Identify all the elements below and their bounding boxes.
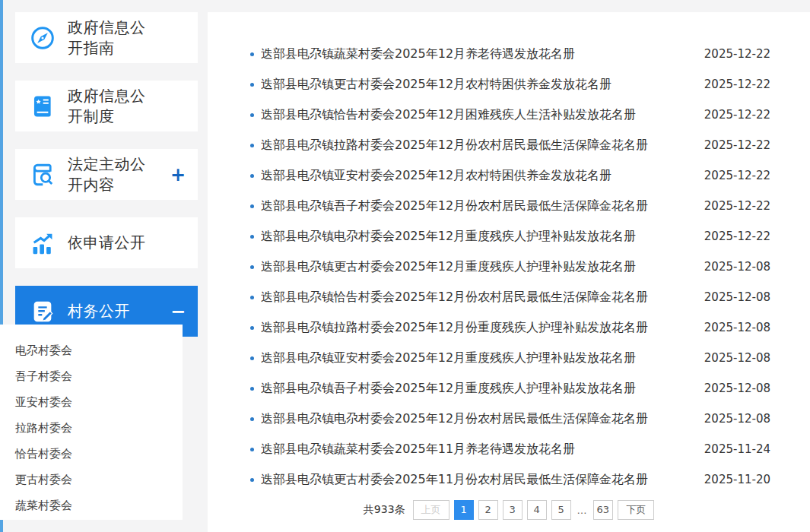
document-title-link[interactable]: 迭部县电尕镇更古村委会2025年11月份农村居民最低生活保障金花名册: [261, 472, 648, 488]
document-row[interactable]: 迭部县电尕镇更古村委会2025年11月份农村居民最低生活保障金花名册2025-1…: [208, 464, 810, 495]
document-title-link[interactable]: 迭部县电尕镇更古村委会2025年12月农村特困供养金发放花名册: [261, 77, 611, 93]
document-row[interactable]: 迭部县电尕镇亚安村委会2025年12月重度残疾人护理补贴发放花名册2025-12…: [208, 343, 810, 373]
document-date: 2025-12-08: [689, 382, 770, 395]
bullet-dot-icon: [250, 326, 254, 330]
submenu-village-2[interactable]: 吾子村委会: [0, 363, 183, 389]
document-row[interactable]: 迭部县电尕镇电尕村委会2025年12月份农村居民最低生活保障金花名册2025-1…: [208, 404, 810, 434]
sidebar-item-label: 政府信息公开指南: [68, 17, 148, 58]
sidebar-submenu-villages: 电尕村委会吾子村委会亚安村委会拉路村委会恰告村委会更古村委会蔬菜村委会: [0, 325, 183, 520]
bullet-dot-icon: [250, 144, 254, 147]
bullet-dot-icon: [250, 52, 254, 56]
bullet-dot-icon: [250, 113, 254, 117]
sidebar-item-label: 依申请公开: [68, 233, 148, 252]
book-icon: [29, 93, 56, 120]
bullet-dot-icon: [250, 417, 254, 421]
document-date: 2025-12-22: [689, 169, 770, 182]
sidebar-item-4[interactable]: 依申请公开: [15, 217, 198, 268]
document-date: 2025-12-08: [689, 351, 770, 365]
submenu-village-7[interactable]: 蔬菜村委会: [0, 492, 183, 518]
compass-icon: [29, 24, 56, 52]
bullet-dot-icon: [250, 296, 254, 299]
pagination-total-count: 共933条: [364, 503, 405, 517]
document-pen-icon: [29, 298, 56, 325]
document-row[interactable]: 迭部县电尕镇吾子村委会2025年12月重度残疾人护理补贴发放花名册2025-12…: [208, 373, 810, 404]
document-title-link[interactable]: 迭部县电尕镇吾子村委会2025年12月份农村居民最低生活保障金花名册: [261, 198, 648, 214]
document-date: 2025-12-08: [689, 321, 770, 334]
pagination-page-1[interactable]: 1: [454, 500, 474, 520]
pagination-page-4[interactable]: 4: [527, 500, 547, 520]
sidebar-item-1[interactable]: 政府信息公开指南: [15, 12, 198, 63]
pagination-page-5[interactable]: 5: [551, 500, 571, 520]
document-row[interactable]: 迭部县电尕镇蔬菜村委会2025年11月养老待遇发放花名册2025-11-24: [208, 434, 810, 464]
sidebar-item-3[interactable]: 法定主动公开内容+: [15, 149, 198, 200]
pagination-prev-button: 上页: [413, 500, 449, 520]
sidebar-item-label: 法定主动公开内容: [68, 154, 148, 195]
pagination-next-button[interactable]: 下页: [618, 500, 654, 520]
bullet-dot-icon: [250, 83, 254, 87]
document-title-link[interactable]: 迭部县电尕镇拉路村委会2025年12月份农村居民最低生活保障金花名册: [261, 138, 648, 154]
submenu-village-1[interactable]: 电尕村委会: [0, 337, 183, 363]
document-title-link[interactable]: 迭部县电尕镇电尕村委会2025年12月重度残疾人护理补贴发放花名册: [261, 229, 636, 245]
sidebar-item-label: 村务公开: [68, 301, 130, 321]
document-title-link[interactable]: 迭部县电尕镇拉路村委会2025年12月份重度残疾人护理补贴发放花名册: [261, 320, 648, 336]
document-row[interactable]: 迭部县电尕镇蔬菜村委会2025年12月养老待遇发放花名册2025-12-22: [208, 39, 810, 69]
pagination: 共933条 上页12345…63下页: [208, 500, 810, 520]
document-title-link[interactable]: 迭部县电尕镇更古村委会2025年12月重度残疾人护理补贴发放花名册: [261, 259, 636, 275]
document-row[interactable]: 迭部县电尕镇更古村委会2025年12月重度残疾人护理补贴发放花名册2025-12…: [208, 252, 810, 282]
pagination-page-63[interactable]: 63: [593, 500, 614, 520]
chart-up-icon: [29, 230, 56, 257]
document-title-link[interactable]: 迭部县电尕镇恰告村委会2025年12月份农村居民最低生活保障金花名册: [261, 290, 648, 306]
document-title-link[interactable]: 迭部县电尕镇吾子村委会2025年12月重度残疾人护理补贴发放花名册: [261, 381, 636, 397]
document-row[interactable]: 迭部县电尕镇拉路村委会2025年12月份重度残疾人护理补贴发放花名册2025-1…: [208, 312, 810, 343]
sidebar-item-label: 政府信息公开制度: [68, 86, 148, 126]
document-title-link[interactable]: 迭部县电尕镇亚安村委会2025年12月农村特困供养金发放花名册: [261, 168, 611, 184]
document-row[interactable]: 迭部县电尕镇恰告村委会2025年12月困难残疾人生活补贴发放花名册2025-12…: [208, 100, 810, 130]
expand-plus-icon[interactable]: +: [170, 164, 186, 185]
bullet-dot-icon: [250, 265, 254, 269]
document-title-link[interactable]: 迭部县电尕镇蔬菜村委会2025年11月养老待遇发放花名册: [261, 442, 575, 458]
bullet-dot-icon: [250, 174, 254, 178]
bullet-dot-icon: [250, 356, 254, 360]
document-date: 2025-11-24: [689, 442, 770, 456]
page: 政府信息公开指南政府信息公开制度法定主动公开内容+依申请公开村务公开− 电尕村委…: [0, 0, 810, 532]
document-date: 2025-12-22: [689, 230, 770, 243]
document-row[interactable]: 迭部县电尕镇拉路村委会2025年12月份农村居民最低生活保障金花名册2025-1…: [208, 130, 810, 160]
bullet-dot-icon: [250, 235, 254, 239]
bullet-dot-icon: [250, 448, 254, 451]
submenu-village-6[interactable]: 更古村委会: [0, 467, 183, 492]
pagination-page-3[interactable]: 3: [503, 500, 523, 520]
document-date: 2025-12-22: [689, 78, 770, 91]
document-date: 2025-12-22: [689, 199, 770, 213]
document-date: 2025-12-22: [689, 108, 770, 122]
collapse-minus-icon[interactable]: −: [170, 301, 186, 322]
document-row[interactable]: 迭部县电尕镇电尕村委会2025年12月重度残疾人护理补贴发放花名册2025-12…: [208, 221, 810, 252]
submenu-village-4[interactable]: 拉路村委会: [0, 415, 183, 441]
pagination-page-2[interactable]: 2: [478, 500, 498, 520]
document-title-link[interactable]: 迭部县电尕镇亚安村委会2025年12月重度残疾人护理补贴发放花名册: [261, 350, 636, 366]
book-search-icon: [29, 161, 56, 188]
bullet-dot-icon: [250, 387, 254, 391]
document-title-link[interactable]: 迭部县电尕镇恰告村委会2025年12月困难残疾人生活补贴发放花名册: [261, 107, 636, 123]
main-content: 迭部县电尕镇蔬菜村委会2025年12月养老待遇发放花名册2025-12-22迭部…: [208, 12, 810, 532]
bullet-dot-icon: [250, 204, 254, 208]
submenu-village-3[interactable]: 亚安村委会: [0, 389, 183, 415]
document-row[interactable]: 迭部县电尕镇更古村委会2025年12月农村特困供养金发放花名册2025-12-2…: [208, 69, 810, 100]
pagination-ellipsis: …: [576, 505, 589, 516]
document-title-link[interactable]: 迭部县电尕镇电尕村委会2025年12月份农村居民最低生活保障金花名册: [261, 411, 648, 427]
submenu-village-5[interactable]: 恰告村委会: [0, 441, 183, 467]
document-date: 2025-12-08: [689, 290, 770, 304]
document-date: 2025-12-08: [689, 260, 770, 274]
document-row[interactable]: 迭部县电尕镇恰告村委会2025年12月份农村居民最低生活保障金花名册2025-1…: [208, 282, 810, 312]
document-date: 2025-12-08: [689, 412, 770, 426]
sidebar-item-2[interactable]: 政府信息公开制度: [15, 81, 198, 131]
document-row[interactable]: 迭部县电尕镇亚安村委会2025年12月农村特困供养金发放花名册2025-12-2…: [208, 160, 810, 191]
document-row[interactable]: 迭部县电尕镇吾子村委会2025年12月份农村居民最低生活保障金花名册2025-1…: [208, 191, 810, 221]
document-date: 2025-12-22: [689, 47, 770, 61]
document-date: 2025-11-20: [689, 473, 770, 486]
document-date: 2025-12-22: [689, 138, 770, 152]
bullet-dot-icon: [250, 478, 254, 482]
document-list: 迭部县电尕镇蔬菜村委会2025年12月养老待遇发放花名册2025-12-22迭部…: [208, 39, 810, 495]
document-title-link[interactable]: 迭部县电尕镇蔬菜村委会2025年12月养老待遇发放花名册: [261, 46, 575, 62]
